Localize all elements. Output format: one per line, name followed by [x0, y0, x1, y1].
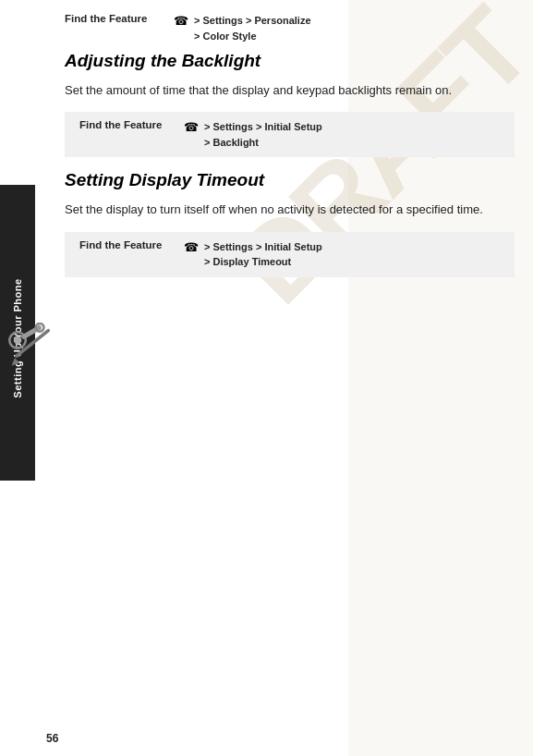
wrench-icon	[8, 323, 56, 371]
display-timeout-heading: Setting Display Timeout	[65, 170, 515, 191]
top-find-feature-label: Find the Feature	[65, 13, 166, 24]
top-nav-path: > Settings > Personalize > Color Style	[194, 13, 311, 43]
backlight-nav-line1: > Settings > Initial Setup	[204, 119, 322, 135]
display-timeout-find-feature-label: Find the Feature	[79, 239, 176, 250]
display-timeout-nav-line1: > Settings > Initial Setup	[204, 239, 322, 255]
display-timeout-body: Set the display to turn itself off when …	[65, 201, 515, 219]
display-timeout-nav-line2: > Display Timeout	[204, 254, 322, 270]
section-backlight: Adjusting the Backlight Set the amount o…	[65, 51, 515, 157]
backlight-body: Set the amount of time that the display …	[65, 81, 515, 100]
backlight-heading: Adjusting the Backlight	[65, 51, 515, 72]
top-find-feature-row: Find the Feature ☎ > Settings > Personal…	[65, 9, 515, 43]
section-display-timeout: Setting Display Timeout Set the display …	[65, 170, 515, 276]
page-wrapper: DRAFT Setting Up Your Phone Find the Fea…	[0, 0, 533, 756]
svg-point-1	[12, 335, 23, 346]
backlight-nav-path: > Settings > Initial Setup > Backlight	[204, 119, 322, 150]
display-timeout-phone-icon: ☎	[184, 240, 199, 254]
top-nav-path-line1: > Settings > Personalize	[194, 13, 311, 29]
backlight-find-feature-label: Find the Feature	[79, 119, 176, 130]
main-content: Find the Feature ☎ > Settings > Personal…	[46, 0, 533, 756]
display-timeout-find-feature-box: Find the Feature ☎ > Settings > Initial …	[65, 232, 515, 277]
backlight-nav-line2: > Backlight	[204, 135, 322, 151]
display-timeout-nav-path: > Settings > Initial Setup > Display Tim…	[204, 239, 322, 270]
backlight-phone-icon: ☎	[184, 120, 199, 134]
svg-marker-5	[11, 358, 19, 366]
wrench-icon-area	[0, 314, 65, 379]
page-number: 56	[46, 732, 58, 745]
top-nav-path-line2: > Color Style	[194, 29, 311, 44]
top-phone-icon: ☎	[174, 14, 188, 28]
backlight-find-feature-box: Find the Feature ☎ > Settings > Initial …	[65, 112, 515, 157]
